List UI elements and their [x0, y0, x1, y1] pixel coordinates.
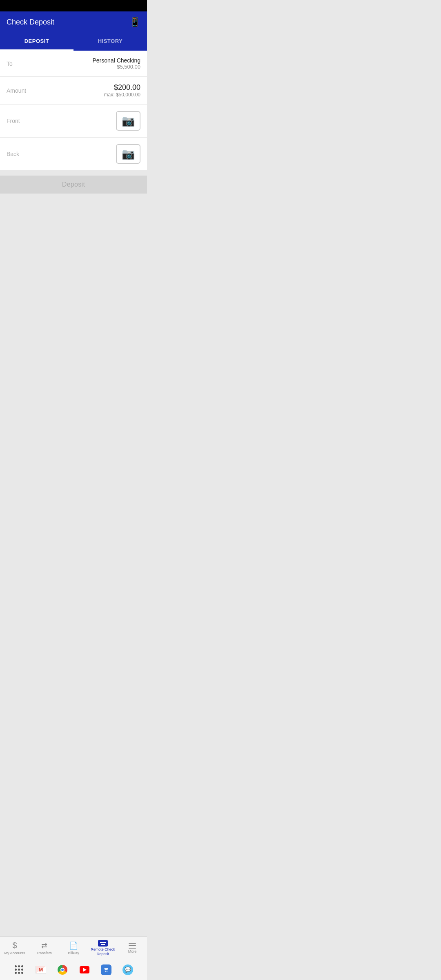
account-value[interactable]: Personal Checking $5,500.00	[92, 57, 140, 70]
back-label: Back	[7, 151, 19, 157]
status-bar	[0, 0, 147, 11]
dot-4	[15, 969, 17, 971]
to-label: To	[7, 60, 13, 67]
page-title: Check Deposit	[7, 18, 54, 27]
app-circle	[101, 964, 111, 975]
nav-label-my-accounts: My Accounts	[4, 951, 25, 956]
back-camera-button[interactable]: 📷	[116, 144, 140, 164]
deposit-form: To Personal Checking $5,500.00 Amount $2…	[0, 51, 147, 171]
system-bar: M 💬	[0, 959, 147, 980]
front-label: Front	[7, 118, 20, 124]
youtube-icon[interactable]	[79, 964, 90, 976]
tab-deposit[interactable]: DEPOSIT	[0, 33, 74, 51]
dot-5	[18, 969, 20, 971]
dot-6	[21, 969, 23, 971]
tab-history[interactable]: HISTORY	[74, 33, 147, 51]
nav-item-transfers[interactable]: ⇄ Transfers	[29, 939, 59, 957]
front-camera-icon: 📷	[122, 115, 135, 127]
more-icon	[129, 943, 136, 949]
store-icon[interactable]	[100, 964, 112, 976]
bill-icon: 📄	[69, 941, 78, 950]
remote-check-deposit-icon	[98, 940, 108, 947]
messages-icon[interactable]: 💬	[122, 964, 134, 976]
amount-row: Amount $200.00 max: $50,000.00	[0, 77, 147, 105]
amount-label: Amount	[7, 87, 26, 94]
deposit-button[interactable]: Deposit	[0, 176, 147, 194]
account-name: Personal Checking	[92, 57, 140, 64]
person-icon[interactable]: 📱	[129, 17, 140, 27]
amount-value: $200.00	[104, 83, 140, 92]
nav-item-my-accounts[interactable]: $ My Accounts	[0, 939, 29, 957]
dot-1	[15, 965, 17, 967]
nav-item-more[interactable]: More	[118, 939, 147, 957]
front-row: Front 📷	[0, 105, 147, 138]
nav-item-remote-check-deposit[interactable]: Remote Check Deposit	[88, 939, 118, 957]
dots-grid	[15, 965, 23, 974]
msg-circle: 💬	[122, 964, 133, 975]
more-line-2	[129, 945, 136, 946]
nav-label-transfers: Transfers	[36, 951, 52, 956]
yt-icon	[80, 966, 89, 973]
nav-label-remote-check-deposit: Remote Check Deposit	[88, 947, 118, 956]
front-camera-button[interactable]: 📷	[116, 111, 140, 131]
to-row: To Personal Checking $5,500.00	[0, 51, 147, 77]
dot-2	[18, 965, 20, 967]
dollar-icon: $	[12, 941, 17, 950]
bottom-nav: $ My Accounts ⇄ Transfers 📄 BillPay Remo…	[0, 936, 147, 959]
amount-max: max: $50,000.00	[104, 92, 140, 98]
chrome-icon[interactable]	[57, 964, 68, 976]
nav-label-billpay: BillPay	[68, 951, 79, 956]
apps-grid-icon[interactable]	[13, 964, 25, 976]
dot-3	[21, 965, 23, 967]
back-camera-icon: 📷	[122, 148, 135, 160]
dot-7	[15, 972, 17, 974]
svg-point-0	[105, 971, 106, 971]
dot-9	[21, 972, 23, 974]
back-row: Back 📷	[0, 138, 147, 171]
more-line-3	[129, 948, 136, 949]
chrome-circle	[58, 965, 67, 975]
nav-label-more: More	[128, 949, 137, 954]
dot-8	[18, 972, 20, 974]
main-content	[0, 194, 147, 561]
gmail-icon[interactable]: M	[35, 964, 47, 976]
svg-point-1	[107, 971, 107, 971]
account-balance: $5,500.00	[92, 64, 140, 70]
more-line-1	[129, 943, 136, 944]
amount-value-wrapper[interactable]: $200.00 max: $50,000.00	[104, 83, 140, 98]
front-camera-wrapper: 📷	[116, 111, 140, 131]
chrome-center	[60, 968, 65, 972]
nav-item-billpay[interactable]: 📄 BillPay	[59, 939, 88, 957]
tab-bar: DEPOSIT HISTORY	[0, 33, 147, 51]
yt-triangle	[83, 968, 87, 972]
back-camera-wrapper: 📷	[116, 144, 140, 164]
header: Check Deposit 📱	[0, 11, 147, 33]
transfer-icon: ⇄	[41, 941, 47, 950]
